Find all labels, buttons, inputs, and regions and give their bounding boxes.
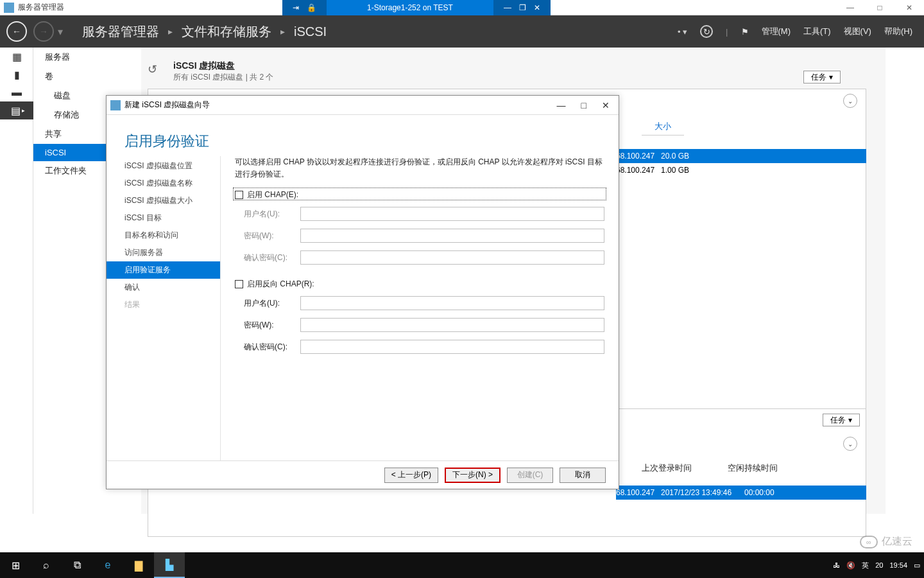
wizard-title: 新建 iSCSI 虚拟磁盘向导 [124, 100, 210, 110]
vm-close-button[interactable]: ✕ [530, 3, 544, 12]
explorer-icon[interactable]: ▇ [123, 552, 154, 578]
ime-day[interactable]: 20 [875, 561, 883, 569]
nav-volumes[interactable]: 卷 [33, 67, 141, 86]
expand-toggle-lower[interactable]: ⌄ [843, 437, 857, 451]
rchap-confirm-input[interactable] [300, 340, 604, 354]
step-result: 结果 [107, 296, 220, 313]
app-title: 服务器管理器 [18, 2, 64, 13]
expand-toggle-upper[interactable]: ⌄ [843, 94, 857, 108]
enable-chap-checkbox[interactable] [235, 191, 243, 199]
pin-icon[interactable]: ⇥ [289, 3, 303, 12]
enable-rchap-checkbox[interactable] [235, 280, 243, 288]
chap-user-input[interactable] [300, 207, 604, 221]
ime-indicator[interactable]: 英 [862, 561, 869, 570]
watermark-logo-icon: ∞ [860, 536, 878, 548]
wizard-buttons: < 上一步(P) 下一步(N) > 创建(C) 取消 [107, 460, 619, 489]
iscsi-panel-header: ↺ iSCSI 虚拟磁盘 所有 iSCSI 虚拟磁盘 | 共 2 个 任务 ▾ [148, 55, 866, 87]
panel-icon: ↺ [148, 62, 166, 80]
watermark: ∞ 亿速云 [860, 535, 912, 548]
rchap-user-input[interactable] [300, 296, 604, 310]
win-min-button[interactable]: — [835, 3, 865, 12]
step-confirm[interactable]: 确认 [107, 279, 220, 296]
rchap-pass-input[interactable] [300, 318, 604, 332]
rchap-pass-label: 密码(W): [244, 320, 294, 331]
create-button: 创建(C) [507, 468, 553, 483]
step-location[interactable]: iSCSI 虚拟磁盘位置 [107, 157, 220, 175]
rchap-confirm-label: 确认密码(C): [244, 342, 294, 353]
icon-rail: ▦ ▮ ▬ ▤ ▸ [0, 48, 33, 514]
step-target-name[interactable]: 目标名称和访问 [107, 227, 220, 244]
step-auth[interactable]: 启用验证服务 [107, 261, 220, 279]
enable-rchap-label: 启用反向 CHAP(R): [247, 279, 314, 290]
search-button[interactable]: ⌕ [31, 552, 62, 578]
rail-storage-icon[interactable]: ▤ ▸ [0, 101, 36, 119]
enable-chap-label: 启用 CHAP(E): [247, 189, 298, 200]
col-size[interactable]: 大小 [642, 118, 684, 136]
wizard-max-button[interactable]: □ [581, 100, 586, 110]
ie-icon[interactable]: e [92, 552, 123, 578]
nav-servers[interactable]: 服务器 [33, 48, 141, 67]
breadcrumb: 服务器管理器▸ 文件和存储服务▸ iSCSI [82, 23, 327, 40]
win-close-button[interactable]: ✕ [894, 3, 924, 12]
menu-manage[interactable]: 管理(M) [762, 26, 791, 37]
rail-local-icon[interactable]: ▮ [0, 66, 33, 83]
col-idle[interactable]: 空闲持续时间 [728, 462, 778, 474]
tray-sound-icon[interactable]: 🔇 [846, 561, 855, 570]
step-name[interactable]: iSCSI 虚拟磁盘名称 [107, 175, 220, 192]
lower-columns: 上次登录时间 空闲持续时间 [642, 462, 778, 474]
back-button[interactable]: ← [6, 21, 27, 42]
wizard-close-button[interactable]: ✕ [602, 100, 610, 110]
refresh-dropdown-indicator[interactable]: • ▾ [678, 27, 687, 37]
crumb-iscsi[interactable]: iSCSI [294, 24, 327, 39]
col-last-login[interactable]: 上次登录时间 [642, 462, 692, 474]
cancel-button[interactable]: 取消 [560, 468, 606, 483]
tasks-dropdown-lower[interactable]: 任务 ▾ [823, 414, 860, 426]
vm-connection-bar: ⇥🔒 1-Storage1-252 on TEST —❐✕ [282, 0, 551, 15]
taskbar: ⊞ ⌕ ⧉ e ▇ ▙ 🖧 🔇 英 20 19:54 ▭ [0, 552, 924, 578]
notifications-button[interactable]: ▭ [914, 561, 920, 570]
prev-button[interactable]: < 上一步(P) [384, 468, 438, 483]
chap-pass-label: 密码(W): [244, 231, 294, 241]
step-access[interactable]: 访问服务器 [107, 244, 220, 261]
iscsi-row-0[interactable]: 68.100.24720.0 GB [616, 149, 866, 163]
chevron-down-icon: ▾ [829, 73, 833, 82]
crumb-storage[interactable]: 文件和存储服务 [182, 23, 271, 40]
taskview-button[interactable]: ⧉ [62, 552, 92, 578]
enable-chap-row[interactable]: 启用 CHAP(E): [235, 189, 604, 200]
step-target[interactable]: iSCSI 目标 [107, 209, 220, 227]
rail-all-icon[interactable]: ▬ [0, 83, 33, 101]
wizard-content: 可以选择启用 CHAP 协议以对发起程序连接进行身份验证，或启用反向 CHAP … [221, 156, 619, 460]
lock-icon: 🔒 [303, 3, 320, 12]
tray-network-icon[interactable]: 🖧 [833, 561, 840, 569]
menu-view[interactable]: 视图(V) [844, 26, 871, 37]
tasks-dropdown[interactable]: 任务 ▾ [803, 71, 841, 83]
forward-button: → [33, 21, 54, 42]
vm-title: 1-Storage1-252 on TEST [327, 0, 493, 15]
server-manager-taskbar-icon[interactable]: ▙ [154, 552, 185, 578]
chap-pass-input[interactable] [300, 229, 604, 243]
refresh-icon[interactable]: ↻ [700, 25, 713, 38]
vm-min-button[interactable]: — [500, 3, 515, 12]
step-size[interactable]: iSCSI 虚拟磁盘大小 [107, 192, 220, 209]
wizard-titlebar[interactable]: 新建 iSCSI 虚拟磁盘向导 — □ ✕ [107, 96, 619, 115]
crumb-root[interactable]: 服务器管理器 [82, 23, 159, 40]
win-max-button[interactable]: □ [865, 3, 894, 12]
enable-rchap-row[interactable]: 启用反向 CHAP(R): [235, 279, 604, 290]
clock[interactable]: 19:54 [889, 561, 907, 569]
menu-help[interactable]: 帮助(H) [884, 26, 912, 37]
vm-max-button[interactable]: ❐ [515, 3, 530, 12]
flag-icon[interactable]: ⚑ [741, 27, 749, 37]
session-row[interactable]: 68.100.247 2017/12/23 13:49:46 00:00:00 [616, 486, 866, 500]
wizard-steps: iSCSI 虚拟磁盘位置 iSCSI 虚拟磁盘名称 iSCSI 虚拟磁盘大小 i… [107, 156, 221, 460]
menu-tools[interactable]: 工具(T) [803, 26, 831, 37]
wizard-min-button[interactable]: — [557, 100, 566, 110]
iscsi-row-1[interactable]: 68.100.2471.00 GB [616, 163, 866, 177]
chap-confirm-input[interactable] [300, 250, 604, 265]
server-manager-header: ← → ▾ 服务器管理器▸ 文件和存储服务▸ iSCSI • ▾ ↻ | ⚑ 管… [0, 15, 924, 48]
chap-confirm-label: 确认密码(C): [244, 252, 294, 263]
wizard-heading: 启用身份验证 [107, 115, 619, 159]
next-button[interactable]: 下一步(N) > [445, 468, 501, 483]
rail-dashboard-icon[interactable]: ▦ [0, 48, 33, 66]
history-dropdown-icon[interactable]: ▾ [58, 26, 63, 38]
start-button[interactable]: ⊞ [0, 552, 31, 578]
